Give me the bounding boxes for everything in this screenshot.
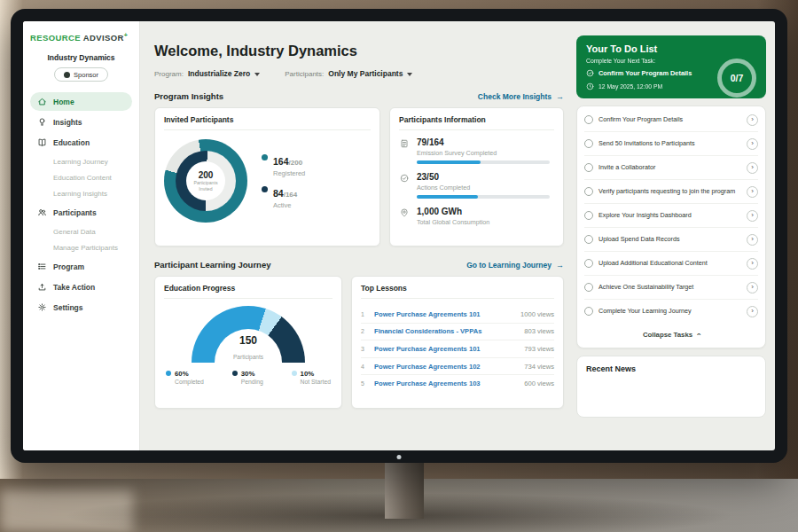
top-lessons-card: Top Lessons 1 Power Purchase Agreements … (351, 276, 564, 409)
collapse-tasks-button[interactable]: Collapse Tasks (584, 323, 758, 346)
task-checkbox[interactable] (584, 163, 593, 172)
chevron-down-icon (407, 73, 412, 76)
org-name: Industry Dynamics (30, 53, 132, 62)
sidebar-item-learning-journey[interactable]: Learning Journey (30, 153, 132, 169)
learning-journey-header: Participant Learning Journey Go to Learn… (154, 260, 564, 270)
task-checkbox[interactable] (584, 307, 593, 316)
task-checkbox[interactable] (584, 139, 593, 148)
lesson-link[interactable]: Power Purchase Agreements 101 (374, 310, 514, 318)
check-circle-icon (399, 173, 410, 184)
app-logo: RESOURCE ADVISOR+ (30, 32, 132, 43)
sidebar-item-participants[interactable]: Participants (30, 203, 132, 222)
lesson-row: 4 Power Purchase Agreements 102 734 view… (361, 358, 554, 376)
legend-completed: 60% Completed (166, 370, 204, 385)
chevron-right-icon[interactable] (747, 282, 758, 293)
recent-news-card: Recent News (576, 356, 766, 418)
legend-not-started: 10% Not Started (292, 370, 331, 385)
lesson-row: 3 Power Purchase Agreements 101 793 view… (361, 340, 554, 358)
participants-select[interactable]: Participants: Only My Participants (285, 69, 412, 78)
chevron-down-icon (254, 73, 260, 76)
legend-active: 84/164 Active (262, 184, 305, 209)
chevron-up-icon (697, 330, 700, 339)
task-row[interactable]: Invite a Collaborator (584, 156, 758, 180)
todo-summary-card: Your To Do List Complete Your Next Task:… (576, 35, 766, 98)
survey-icon (399, 138, 410, 149)
lesson-link[interactable]: Power Purchase Agreements 101 (374, 345, 518, 353)
lesson-link[interactable]: Power Purchase Agreements 103 (374, 379, 518, 387)
sidebar-item-education[interactable]: Education (30, 133, 132, 152)
task-row[interactable]: Complete Your Learning Journey (584, 300, 758, 323)
participants-label: Participants: (285, 70, 324, 78)
check-circle-icon (586, 69, 594, 77)
sidebar-item-general-data[interactable]: General Data (30, 223, 132, 239)
sidebar-item-education-content[interactable]: Education Content (30, 169, 132, 185)
participants-information-card: Participants Information 79/164 Emission… (389, 107, 564, 246)
insights-cards-row: Invited Participants 200 Participants In… (154, 107, 564, 246)
sidebar-nav: Home Insights Education Learning Journey… (30, 92, 132, 317)
todo-next-task[interactable]: Confirm Your Program Details (586, 69, 706, 77)
task-checkbox[interactable] (584, 259, 593, 268)
task-row[interactable]: Send 50 Invitations to Participants (584, 132, 758, 156)
section-title-program-insights: Program Insights (154, 91, 223, 101)
todo-panel: Your To Do List Complete Your Next Task:… (575, 21, 775, 450)
task-list-card: Confirm Your Program Details Send 50 Inv… (576, 106, 766, 348)
lesson-link[interactable]: Financial Considerations - VPPAs (374, 327, 518, 335)
book-icon (37, 137, 47, 147)
chevron-right-icon[interactable] (747, 258, 758, 270)
chevron-right-icon[interactable] (747, 162, 758, 174)
invited-count-label: Participants Invited (191, 180, 221, 192)
chevron-right-icon[interactable] (747, 234, 758, 246)
clock-icon (586, 82, 594, 90)
chevron-right-icon[interactable] (747, 186, 758, 198)
chevron-right-icon[interactable] (747, 306, 758, 317)
program-label: Program: (154, 70, 184, 78)
card-title-invited: Invited Participants (164, 115, 371, 130)
lesson-row: 5 Power Purchase Agreements 103 600 view… (361, 375, 554, 392)
todo-progress-ring: 0/7 (717, 59, 756, 98)
invited-count: 200 (199, 170, 214, 180)
education-gauge: 150 Participants (192, 306, 305, 363)
sidebar-item-program[interactable]: Program (30, 257, 132, 276)
task-row[interactable]: Verify participants requesting to join t… (584, 180, 758, 204)
sidebar-item-insights[interactable]: Insights (30, 113, 132, 131)
task-row[interactable]: Confirm Your Program Details (584, 108, 758, 132)
task-row[interactable]: Achieve One Sustainability Target (584, 276, 758, 300)
sponsor-badge-label: Sponsor (74, 71, 98, 79)
task-row[interactable]: Explore Your Insights Dashboard (584, 204, 758, 228)
chevron-right-icon[interactable] (747, 210, 758, 222)
gauge-legend: 60% Completed 30% Pending (164, 368, 332, 385)
invited-participants-card: Invited Participants 200 Participants In… (154, 107, 380, 246)
learning-cards-row: Education Progress 150 Participants (154, 276, 564, 409)
chevron-right-icon[interactable] (747, 114, 758, 126)
list-icon (37, 262, 47, 271)
task-checkbox[interactable] (584, 235, 593, 244)
sidebar-item-learning-insights[interactable]: Learning Insights (30, 185, 132, 201)
sidebar-item-home[interactable]: Home (30, 92, 132, 111)
card-title-top-lessons: Top Lessons (361, 284, 554, 299)
section-title-learning-journey: Participant Learning Journey (154, 260, 270, 270)
chevron-right-icon[interactable] (747, 138, 758, 150)
task-checkbox[interactable] (584, 187, 593, 196)
sidebar-item-take-action[interactable]: Take Action (30, 278, 132, 296)
task-row[interactable]: Upload Additional Educational Content (584, 252, 758, 276)
monitor-stand (385, 457, 424, 519)
stat-actions-completed: 23/50 Actions Completed (399, 172, 554, 199)
people-icon (37, 207, 47, 217)
task-checkbox[interactable] (584, 283, 593, 292)
home-icon (37, 97, 47, 106)
legend-pending: 30% Pending (232, 370, 263, 385)
sidebar-item-settings[interactable]: Settings (30, 298, 132, 317)
program-select[interactable]: Program: Industrialize Zero (154, 69, 260, 78)
lesson-row: 1 Power Purchase Agreements 101 1000 vie… (361, 306, 554, 324)
check-more-insights-link[interactable]: Check More Insights (478, 92, 564, 101)
go-to-learning-journey-link[interactable]: Go to Learning Journey (466, 261, 564, 270)
participants-value: Only My Participants (328, 69, 403, 78)
task-checkbox[interactable] (584, 115, 593, 124)
task-row[interactable]: Upload Spend Data Records (584, 228, 758, 252)
task-checkbox[interactable] (584, 211, 593, 220)
scene: RESOURCE ADVISOR+ Industry Dynamics Spon… (0, 0, 798, 532)
sidebar-item-manage-participants[interactable]: Manage Participants (30, 239, 132, 255)
lesson-link[interactable]: Power Purchase Agreements 102 (374, 363, 518, 371)
legend-registered: 164/200 Registered (262, 153, 305, 177)
sponsor-badge: Sponsor (54, 67, 108, 82)
